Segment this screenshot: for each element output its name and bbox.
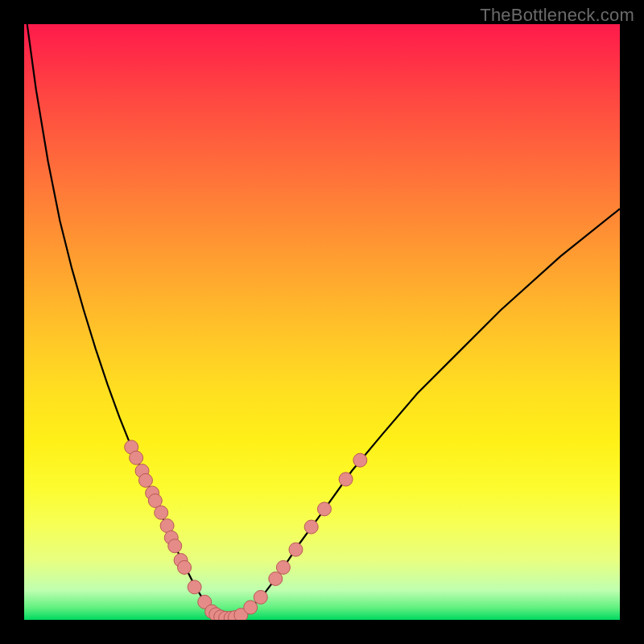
data-point — [339, 473, 353, 486]
highlighted-points — [125, 440, 367, 620]
data-point — [276, 560, 290, 574]
data-point — [168, 539, 182, 553]
data-point — [244, 601, 258, 614]
data-point — [317, 502, 331, 516]
data-point — [188, 580, 201, 594]
bottleneck-curve — [27, 24, 620, 619]
data-point — [254, 590, 267, 604]
curve-layer — [24, 24, 620, 620]
data-point — [353, 453, 367, 467]
data-point — [289, 543, 303, 556]
data-point — [178, 560, 192, 574]
data-point — [155, 506, 168, 519]
chart-frame: TheBottleneck.com — [0, 0, 644, 644]
data-point — [138, 473, 152, 487]
plot-area — [24, 24, 620, 620]
data-point — [130, 451, 143, 464]
data-point — [304, 520, 318, 534]
watermark-text: TheBottleneck.com — [480, 5, 634, 26]
